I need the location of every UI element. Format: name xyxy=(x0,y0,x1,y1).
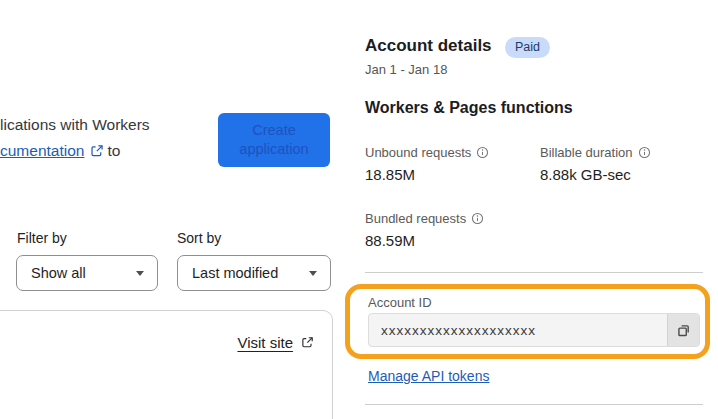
chevron-down-icon xyxy=(136,271,144,276)
info-icon[interactable] xyxy=(476,146,489,159)
info-icon[interactable] xyxy=(471,212,484,225)
paid-plan-badge: Paid xyxy=(505,37,550,58)
sort-by-label: Sort by xyxy=(177,230,221,246)
copy-icon xyxy=(675,322,692,339)
stat-label-bundled: Bundled requests xyxy=(365,211,484,226)
sort-dropdown-value: Last modified xyxy=(192,265,278,281)
functions-section-title: Workers & Pages functions xyxy=(365,99,573,117)
filter-dropdown[interactable]: Show all xyxy=(16,255,158,291)
stat-value-unbound: 18.85M xyxy=(365,166,415,183)
date-range: Jan 1 - Jan 18 xyxy=(365,62,447,77)
divider xyxy=(365,272,703,273)
intro-text: lications with Workers cumentationto xyxy=(0,112,150,166)
documentation-link[interactable]: cumentation xyxy=(0,142,84,159)
intro-suffix: to xyxy=(107,142,120,159)
external-link-icon xyxy=(301,336,314,349)
sort-dropdown[interactable]: Last modified xyxy=(177,255,331,291)
filter-dropdown-value: Show all xyxy=(31,265,86,281)
stat-label-unbound: Unbound requests xyxy=(365,145,489,160)
workers-pages-dashboard: lications with Workers cumentationto Cre… xyxy=(0,0,718,419)
account-id-label: Account ID xyxy=(368,295,432,310)
visit-site-label: Visit site xyxy=(237,334,293,351)
create-application-button[interactable]: Create application xyxy=(218,113,330,167)
stat-value-bundled: 88.59M xyxy=(365,232,415,249)
stat-label-billable: Billable duration xyxy=(540,145,651,160)
intro-line-1: lications with Workers xyxy=(0,112,150,138)
chevron-down-icon xyxy=(309,271,317,276)
stat-value-billable: 8.88k GB-sec xyxy=(540,166,631,183)
info-icon[interactable] xyxy=(638,146,651,159)
intro-line-2: cumentationto xyxy=(0,138,150,166)
filter-by-label: Filter by xyxy=(17,230,67,246)
account-id-value[interactable]: xxxxxxxxxxxxxxxxxxxx xyxy=(369,314,667,346)
project-card: Visit site xyxy=(0,310,333,419)
external-link-icon xyxy=(90,140,104,166)
visit-site-link[interactable]: Visit site xyxy=(237,334,314,351)
manage-api-tokens-link[interactable]: Manage API tokens xyxy=(368,368,489,384)
account-details-title: Account details xyxy=(365,36,492,56)
copy-button[interactable] xyxy=(667,314,699,346)
account-id-field: xxxxxxxxxxxxxxxxxxxx xyxy=(368,313,700,347)
divider xyxy=(365,404,703,405)
